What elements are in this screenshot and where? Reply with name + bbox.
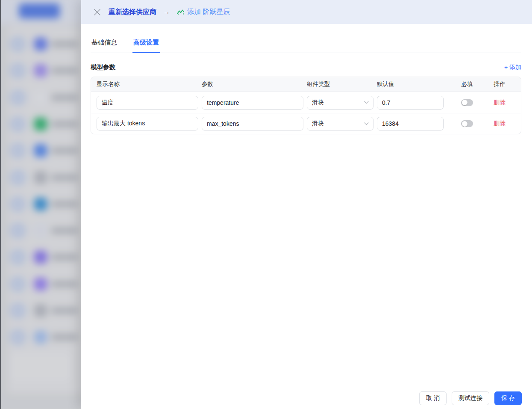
component-type-value: 滑块 <box>312 99 324 107</box>
col-header-display-name: 显示名称 <box>97 80 202 88</box>
save-button[interactable]: 保 存 <box>494 391 522 405</box>
table-row: 滑块 删除 <box>91 113 521 134</box>
chevron-down-icon <box>364 122 369 125</box>
cancel-button[interactable]: 取 消 <box>419 391 447 405</box>
add-param-button[interactable]: + 添加 <box>504 64 521 71</box>
model-params-section-header: 模型参数 + 添加 <box>91 63 521 71</box>
component-type-select[interactable]: 滑块 <box>307 117 373 130</box>
drawer-content: 基础信息 高级设置 模型参数 + 添加 显示名称 参数 组件类型 默认值 必填 … <box>81 24 532 387</box>
drawer-footer: 取 消 测试连接 保 存 <box>81 387 532 409</box>
toggle-knob <box>462 121 467 127</box>
col-header-param: 参数 <box>202 80 307 88</box>
default-value-input[interactable] <box>377 117 444 130</box>
section-title: 模型参数 <box>91 63 115 71</box>
model-params-table: 显示名称 参数 组件类型 默认值 必填 操作 滑块 删除 <box>91 77 521 134</box>
col-header-action: 操作 <box>484 80 515 88</box>
tab-basic-info[interactable]: 基础信息 <box>91 37 118 53</box>
tab-advanced-settings[interactable]: 高级设置 <box>132 37 160 53</box>
provider-logo-icon <box>177 9 184 15</box>
backdrop-app <box>0 0 81 409</box>
page-title: 添加 阶跃星辰 <box>187 8 230 17</box>
modal-overlay <box>0 0 81 409</box>
tab-bar: 基础信息 高级设置 <box>91 37 521 53</box>
default-value-input[interactable] <box>377 96 444 110</box>
test-connection-button[interactable]: 测试连接 <box>452 391 489 405</box>
col-header-required: 必填 <box>450 80 484 88</box>
display-name-input[interactable] <box>97 96 198 110</box>
component-type-select[interactable]: 滑块 <box>307 96 373 110</box>
toggle-knob <box>462 100 467 105</box>
col-header-component-type: 组件类型 <box>307 80 377 88</box>
table-row: 滑块 删除 <box>91 92 521 113</box>
param-input[interactable] <box>202 117 303 130</box>
component-type-value: 滑块 <box>312 120 324 127</box>
delete-row-button[interactable]: 删除 <box>494 120 506 127</box>
provider-config-drawer: 重新选择供应商 → 添加 阶跃星辰 基础信息 高级设置 模型参数 + 添加 显示… <box>81 0 532 409</box>
required-toggle[interactable] <box>461 120 473 127</box>
required-toggle[interactable] <box>461 99 473 106</box>
drawer-header: 重新选择供应商 → 添加 阶跃星辰 <box>81 0 532 24</box>
breadcrumb-reselect-provider[interactable]: 重新选择供应商 <box>109 8 156 17</box>
param-input[interactable] <box>202 96 303 110</box>
breadcrumb-current-step: 添加 阶跃星辰 <box>177 8 230 17</box>
display-name-input[interactable] <box>97 117 198 130</box>
close-icon[interactable] <box>93 8 101 16</box>
table-header-row: 显示名称 参数 组件类型 默认值 必填 操作 <box>91 77 521 92</box>
chevron-down-icon <box>364 101 369 104</box>
delete-row-button[interactable]: 删除 <box>494 99 506 107</box>
breadcrumb-arrow-icon: → <box>163 8 170 16</box>
col-header-default-value: 默认值 <box>377 80 450 88</box>
